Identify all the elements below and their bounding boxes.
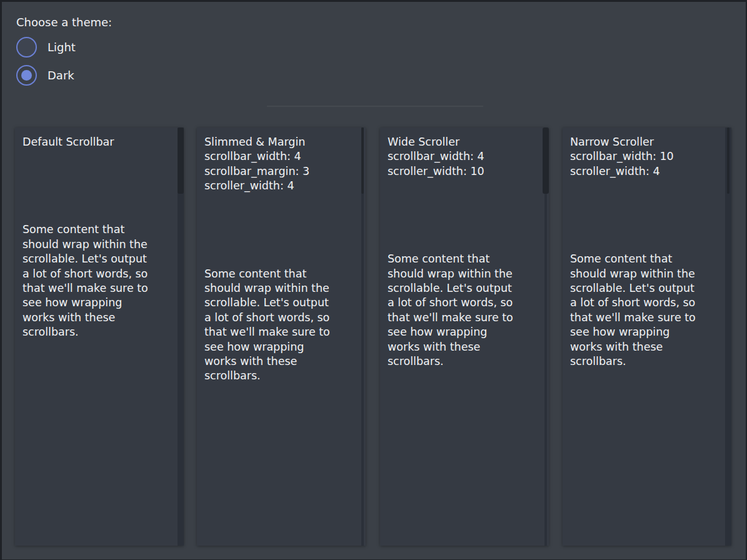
panel-params: scrollbar_width: 4 scroller_width: 10 bbox=[388, 149, 531, 179]
panel-content: Some content that should wrap within the… bbox=[23, 222, 166, 339]
radio-option-light[interactable]: Light bbox=[16, 37, 112, 58]
panel-wide-scroller[interactable]: Wide Scroller scrollbar_width: 4 scrolle… bbox=[380, 128, 549, 546]
panel-title: Wide Scroller bbox=[388, 135, 531, 149]
theme-prompt: Choose a theme: bbox=[16, 15, 112, 30]
panel-default-scrollbar[interactable]: Default Scrollbar Some content that shou… bbox=[15, 128, 184, 546]
radio-button-light[interactable] bbox=[16, 37, 37, 58]
scrollbar-thumb[interactable] bbox=[178, 128, 184, 194]
app-window: Choose a theme: Light Dark Default Scrol… bbox=[2, 2, 746, 559]
panel-params: scrollbar_width: 10 scroller_width: 4 bbox=[570, 149, 714, 179]
panel-title: Slimmed & Margin bbox=[204, 135, 348, 149]
panel-content: Some content that should wrap within the… bbox=[388, 252, 531, 369]
radio-option-dark[interactable]: Dark bbox=[16, 65, 112, 86]
panel-params: scrollbar_width: 4 scrollbar_margin: 3 s… bbox=[204, 149, 348, 193]
panel-title: Default Scrollbar bbox=[23, 135, 166, 149]
scrollbar-thumb[interactable] bbox=[727, 128, 729, 194]
panel-narrow-scroller[interactable]: Narrow Scroller scrollbar_width: 10 scro… bbox=[563, 128, 731, 546]
theme-chooser: Choose a theme: Light Dark bbox=[16, 15, 112, 93]
radio-label-light: Light bbox=[48, 41, 76, 54]
scrollbar-thumb[interactable] bbox=[543, 128, 549, 194]
panel-title: Narrow Scroller bbox=[570, 135, 714, 149]
radio-button-dark[interactable] bbox=[16, 65, 37, 86]
scrollbar-thumb[interactable] bbox=[361, 128, 364, 194]
panel-content: Some content that should wrap within the… bbox=[570, 252, 714, 369]
panel-slimmed-margin[interactable]: Slimmed & Margin scrollbar_width: 4 scro… bbox=[197, 128, 366, 546]
divider bbox=[267, 106, 483, 107]
radio-label-dark: Dark bbox=[48, 69, 74, 82]
panel-content: Some content that should wrap within the… bbox=[204, 267, 348, 384]
